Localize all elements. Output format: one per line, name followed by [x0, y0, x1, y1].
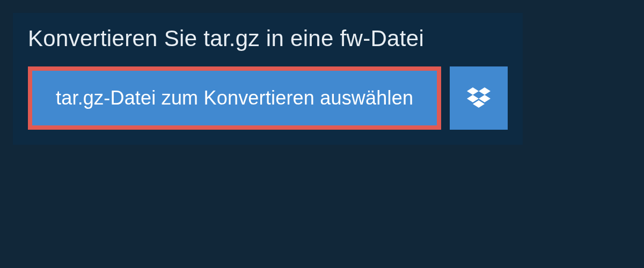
converter-card: Konvertieren Sie tar.gz in eine fw-Datei… — [13, 13, 523, 145]
page-container: Konvertieren Sie tar.gz in eine fw-Datei… — [0, 0, 644, 145]
dropbox-button[interactable] — [450, 66, 508, 130]
dropbox-icon — [467, 87, 491, 109]
button-row: tar.gz-Datei zum Konvertieren auswählen — [13, 66, 523, 130]
select-file-button[interactable]: tar.gz-Datei zum Konvertieren auswählen — [32, 71, 437, 125]
page-title: Konvertieren Sie tar.gz in eine fw-Datei — [13, 13, 523, 66]
select-file-highlight-border: tar.gz-Datei zum Konvertieren auswählen — [28, 66, 441, 130]
